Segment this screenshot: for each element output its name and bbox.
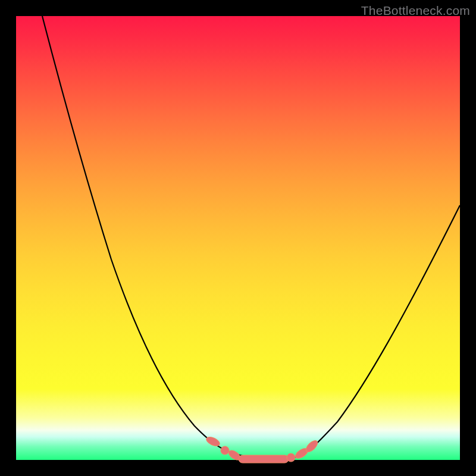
chart-svg <box>16 16 460 460</box>
bottleneck-curve <box>42 16 460 459</box>
marker-dot <box>287 453 295 462</box>
watermark-text: TheBottleneck.com <box>361 4 470 18</box>
curve-markers <box>205 435 320 463</box>
marker-dot <box>221 446 229 455</box>
marker-bar <box>239 455 289 463</box>
outer-frame: TheBottleneck.com <box>0 0 476 476</box>
